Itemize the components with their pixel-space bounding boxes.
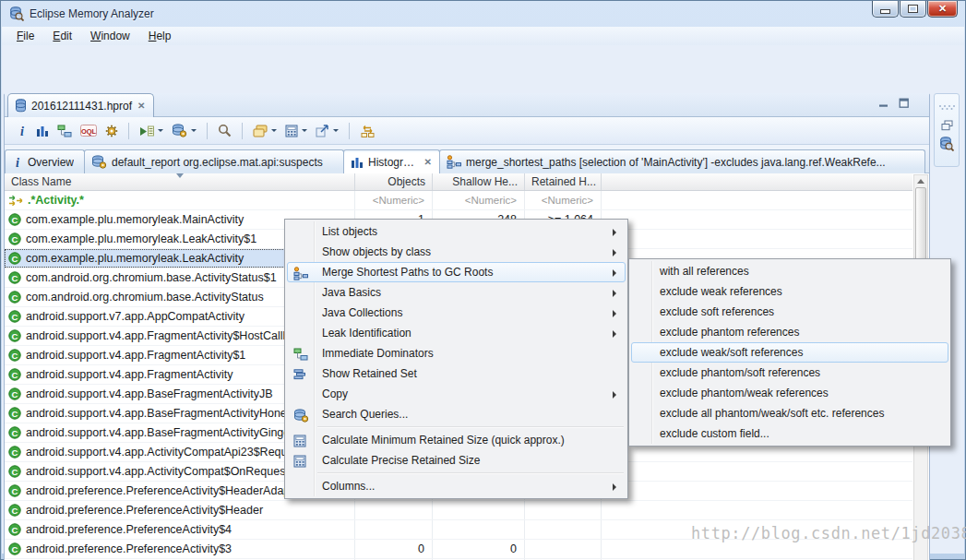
app-window: Eclipse Memory Analyzer ✕ FileEditWindow…	[0, 0, 966, 560]
svg-text:C: C	[12, 331, 18, 341]
minimize-editor-button[interactable]	[877, 97, 890, 110]
menu-item-with-all-references[interactable]: with all references	[631, 261, 948, 281]
menu-item-show-retained-set[interactable]: Show Retained Set	[287, 363, 626, 384]
dropdown-arrow-icon[interactable]	[158, 129, 163, 132]
restore-views-button[interactable]	[940, 119, 953, 132]
dropdown-arrow-icon[interactable]	[271, 129, 277, 132]
retained-set-icon	[293, 367, 312, 382]
menu-item-exclude-all-phantom-weak-soft-etc-references[interactable]: exclude all phantom/weak/soft etc. refer…	[631, 403, 948, 423]
open-query-browser-button[interactable]	[169, 122, 199, 139]
menu-item-leak-identification[interactable]: Leak Identification	[287, 323, 626, 343]
search-button[interactable]	[215, 122, 234, 139]
menu-item-exclude-weak-soft-references[interactable]: exclude weak/soft references	[631, 342, 948, 363]
run-expert-test-button[interactable]	[137, 123, 166, 139]
svg-text:C: C	[12, 544, 18, 554]
table-row[interactable]: .*Activity.*<Numeric><Numeric><Numeric>	[5, 191, 912, 210]
menu-window[interactable]: Window	[81, 28, 139, 44]
maximize-editor-button[interactable]	[898, 97, 911, 110]
menu-edit[interactable]: Edit	[43, 28, 81, 44]
menu-file[interactable]: File	[7, 28, 43, 44]
view-tab-default-report-org-eclipse-mat[interactable]: default_report org.eclipse.mat.api:suspe…	[84, 149, 344, 173]
editor-tab-hprof[interactable]: 201612111431.hprof ✕	[7, 93, 154, 117]
view-tab-label: merge_shortest_paths [selection of 'Main…	[466, 156, 886, 169]
histogram-button[interactable]	[33, 123, 52, 139]
shallow-heap-cell	[433, 520, 525, 539]
minimize-icon	[878, 98, 889, 109]
overview-button[interactable]: i	[14, 123, 30, 139]
scroll-up-button[interactable]	[914, 175, 927, 187]
close-icon[interactable]: ✕	[423, 157, 433, 168]
rail-drag-handle[interactable]	[938, 97, 955, 113]
column-header-class-name[interactable]: Class Name	[5, 173, 355, 190]
thread-overview-button[interactable]	[102, 123, 121, 139]
menu-item-merge-shortest-paths-to-gc-roots[interactable]: Merge Shortest Paths to GC Roots	[287, 262, 626, 282]
maximize-button[interactable]	[900, 1, 926, 18]
menu-item-list-objects[interactable]: List objects	[287, 221, 626, 242]
compare-button[interactable]	[357, 123, 378, 139]
menu-item-columns[interactable]: Columns...	[287, 476, 626, 496]
menu-item-show-objects-by-class[interactable]: Show objects by class	[287, 242, 626, 262]
table-row[interactable]: Candroid.preference.PreferenceActivity$3…	[5, 540, 912, 559]
close-icon[interactable]: ✕	[137, 101, 146, 112]
menu-item-label: exclude weak references	[660, 285, 782, 298]
view-tab-merge-shortest-paths-selection[interactable]: merge_shortest_paths [selection of 'Main…	[439, 149, 925, 173]
calculator-icon	[293, 434, 312, 448]
class-icon: C	[8, 329, 21, 342]
db-magnifier-icon	[939, 137, 954, 151]
menu-help[interactable]: Help	[139, 28, 181, 44]
table-row[interactable]: Candroid.preference.PreferenceActivity$H…	[5, 501, 912, 520]
svg-text:C: C	[12, 467, 18, 477]
column-header-filler	[602, 173, 912, 190]
menu-item-label: Merge Shortest Paths to GC Roots	[322, 266, 493, 279]
class-name-cell: Candroid.preference.PreferenceActivity$3	[5, 540, 355, 558]
db-gear-icon	[293, 408, 312, 423]
class-icon: C	[8, 484, 21, 497]
column-header-objects[interactable]: Objects	[355, 173, 433, 190]
menu-item-exclude-custom-field[interactable]: exclude custom field...	[631, 423, 948, 444]
menu-item-copy[interactable]: Copy	[287, 384, 626, 404]
minimize-button[interactable]	[872, 1, 899, 18]
table-header: Class NameObjectsShallow He...Retained H…	[5, 173, 912, 191]
menu-item-exclude-phantom-references[interactable]: exclude phantom references	[631, 322, 948, 342]
minimized-mat-view-button[interactable]	[940, 137, 953, 150]
close-button[interactable]: ✕	[927, 1, 958, 18]
view-tab-histogram[interactable]: Histogram✕	[343, 149, 440, 173]
calculate-retained-size-button[interactable]	[282, 123, 310, 139]
svg-text:C: C	[12, 486, 18, 496]
oql-button[interactable]: OQL	[78, 123, 100, 138]
maximize-icon	[899, 98, 910, 109]
view-tab-label: Histogram	[368, 156, 419, 169]
menu-item-immediate-dominators[interactable]: Immediate Dominators	[287, 343, 626, 363]
menu-item-label: exclude phantom/weak references	[660, 387, 829, 399]
menu-item-java-collections[interactable]: Java Collections	[287, 303, 626, 323]
menu-item-exclude-phantom-weak-references[interactable]: exclude phantom/weak references	[631, 383, 948, 403]
dominator-tree-button[interactable]	[54, 123, 75, 139]
column-header-shallow-he[interactable]: Shallow He...	[433, 173, 525, 190]
dropdown-arrow-icon[interactable]	[302, 129, 307, 132]
svg-text:C: C	[12, 312, 18, 322]
menu-item-exclude-soft-references[interactable]: exclude soft references	[631, 302, 948, 322]
submenu-arrow-icon	[613, 269, 616, 277]
menu-item-exclude-phantom-soft-references[interactable]: exclude phantom/soft references	[631, 363, 948, 383]
menu-item-java-basics[interactable]: Java Basics	[287, 282, 626, 303]
dropdown-arrow-icon[interactable]	[333, 129, 339, 132]
class-icon: C	[8, 446, 21, 459]
menu-item-calculate-minimum-retained-size-quick-approx[interactable]: Calculate Minimum Retained Size (quick a…	[287, 430, 626, 450]
menu-item-calculate-precise-retained-size[interactable]: Calculate Precise Retained Size	[287, 450, 626, 471]
class-icon: C	[8, 542, 21, 555]
menu-item-label: exclude all phantom/weak/soft etc. refer…	[660, 407, 884, 420]
table-row[interactable]: Candroid.preference.PreferenceActivity$4	[5, 520, 912, 540]
view-tab-row: iOverviewdefault_report org.eclipse.mat.…	[5, 149, 929, 173]
column-header-retained-h[interactable]: Retained H...	[525, 173, 602, 190]
class-name: android.support.v7.app.AppCompatActivity	[26, 307, 244, 326]
dropdown-arrow-icon[interactable]	[191, 129, 197, 132]
export-button[interactable]	[313, 123, 341, 139]
menu-item-exclude-weak-references[interactable]: exclude weak references	[631, 281, 948, 302]
db-gear-icon	[172, 124, 187, 137]
view-tab-label: default_report org.eclipse.mat.api:suspe…	[112, 156, 323, 169]
menu-item-search-queries[interactable]: Search Queries...	[287, 404, 626, 424]
view-tab-overview[interactable]: iOverview	[5, 149, 85, 173]
group-objects-button[interactable]	[250, 123, 280, 139]
class-name: android.preference.PreferenceActivity$He…	[26, 501, 263, 519]
svg-text:C: C	[12, 254, 18, 264]
